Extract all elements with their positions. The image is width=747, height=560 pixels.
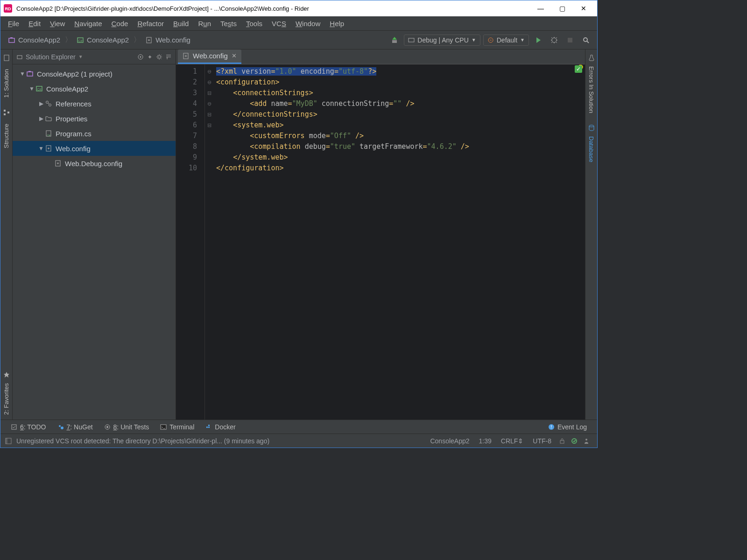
menu-refactor[interactable]: Refactor [133, 18, 169, 29]
hide-icon[interactable] [165, 54, 172, 60]
svg-rect-8 [392, 40, 397, 43]
left-tool-strip: 1: Solution Structure 2: Favorites [0, 49, 13, 420]
structure-tool-icon[interactable] [3, 109, 10, 116]
solution-tool-icon[interactable] [3, 54, 10, 62]
debug-button[interactable] [548, 34, 561, 47]
svg-rect-50 [560, 441, 564, 443]
svg-point-13 [584, 38, 587, 42]
target-icon[interactable] [137, 54, 144, 60]
code-editor[interactable]: 12345678910 ⊖⊖⊟⊖⊟⊟ <?xml version="1.0" e… [176, 64, 585, 420]
man-icon[interactable] [580, 438, 592, 444]
tool-nuget[interactable]: 7: NuGet [52, 423, 99, 431]
menu-file[interactable]: File [3, 18, 24, 29]
editor-tab[interactable]: Web.config ✕ [178, 49, 241, 64]
menu-run[interactable]: Run [193, 18, 216, 29]
menu-tools[interactable]: Tools [241, 18, 267, 29]
breadcrumb-item[interactable]: ConsoleApp2 [5, 35, 63, 45]
cursor-position[interactable]: 1:39 [474, 437, 496, 445]
favorites-tool-icon[interactable] [3, 371, 10, 378]
breadcrumb-item[interactable]: Web.config [142, 35, 193, 45]
profile-icon [487, 37, 494, 43]
lock-icon[interactable] [556, 438, 568, 444]
svg-rect-14 [4, 55, 9, 61]
maximize-button[interactable]: ▢ [551, 0, 573, 16]
svg-rect-3 [10, 37, 13, 38]
svg-rect-22 [27, 72, 33, 76]
svg-point-35 [185, 55, 187, 57]
breadcrumb-item[interactable]: C# ConsoleApp2 [74, 35, 132, 45]
build-button[interactable] [388, 34, 401, 47]
bulb-icon[interactable]: 💡 [576, 64, 585, 420]
csproj-icon: C# [77, 36, 84, 44]
run-profile-select[interactable]: Default ▼ [483, 35, 529, 46]
svg-rect-44 [208, 427, 210, 428]
line-gutter: 12345678910 [176, 64, 205, 420]
close-button[interactable]: ✕ [573, 0, 594, 16]
menu-help[interactable]: Help [325, 18, 349, 29]
flask-icon[interactable] [588, 54, 595, 62]
tab-database[interactable]: Database [587, 132, 596, 167]
menu-window[interactable]: Window [291, 18, 325, 29]
stop-button[interactable] [564, 34, 577, 47]
run-button[interactable] [532, 34, 545, 47]
svg-point-41 [106, 426, 108, 428]
menu-view[interactable]: View [45, 18, 70, 29]
tool-todo[interactable]: 6: TODO [5, 423, 52, 431]
close-icon[interactable]: ✕ [232, 52, 237, 59]
tree-item[interactable]: ▼C#ConsoleApp2 [13, 81, 176, 96]
svg-rect-9 [409, 38, 414, 42]
tree-item[interactable]: ▼Web.config [13, 141, 176, 156]
chevron-down-icon: ▼ [520, 37, 525, 42]
svg-point-33 [57, 162, 59, 164]
database-icon[interactable] [588, 124, 595, 132]
menu-build[interactable]: Build [169, 18, 193, 29]
inspection-icon[interactable] [568, 438, 580, 444]
analysis-ok-icon[interactable]: ✓ [575, 65, 582, 73]
svg-point-31 [48, 147, 49, 149]
status-context[interactable]: ConsoleApp2 [425, 437, 474, 445]
fold-column[interactable]: ⊖⊖⊟⊖⊟⊟ [205, 64, 213, 420]
search-button[interactable] [579, 34, 592, 47]
chevron-down-icon: ▼ [472, 37, 476, 42]
collapse-icon[interactable] [16, 54, 23, 60]
tree-item[interactable]: Web.Debug.config [13, 156, 176, 171]
config-icon [145, 36, 153, 44]
tab-favorites[interactable]: 2: Favorites [2, 378, 11, 420]
tool-docker[interactable]: Docker [200, 423, 241, 431]
menu-vcs[interactable]: VCS [267, 18, 291, 29]
tree-item[interactable]: C#Program.cs [13, 126, 176, 141]
svg-point-38 [59, 425, 61, 427]
app-icon: RD [3, 4, 13, 13]
encoding[interactable]: UTF-8 [528, 437, 556, 445]
right-tool-strip: Errors In Solution Database [585, 49, 597, 420]
menu-tests[interactable]: Tests [216, 18, 241, 29]
chevron-down-icon[interactable]: ▼ [78, 54, 83, 59]
tool-terminal[interactable]: Terminal [155, 423, 200, 431]
sync-icon[interactable] [147, 54, 153, 60]
status-message[interactable]: Unregistered VCS root detected: The dire… [16, 437, 269, 445]
event-log[interactable]: !Event Log [543, 423, 592, 431]
svg-point-11 [552, 38, 557, 42]
tool-unit-tests[interactable]: 8: Unit Tests [99, 423, 155, 431]
toolwindows-icon[interactable] [5, 438, 12, 444]
tab-structure[interactable]: Structure [2, 119, 11, 153]
gear-icon[interactable] [156, 54, 162, 60]
tree-item[interactable]: ▼ConsoleApp2 (1 project) [13, 66, 176, 81]
minimize-button[interactable]: ― [530, 0, 551, 16]
tab-errors[interactable]: Errors In Solution [587, 62, 596, 118]
svg-text:C#: C# [47, 134, 50, 137]
menu-navigate[interactable]: Navigate [70, 18, 106, 29]
tree-item[interactable]: ▶Properties [13, 111, 176, 126]
window-titlebar: RD ConsoleApp2 [D:\Projects\Git\rider-pl… [0, 0, 597, 16]
tab-solution[interactable]: 1: Solution [2, 64, 11, 102]
run-config-select[interactable]: Debug | Any CPU ▼ [404, 35, 480, 46]
tree-item[interactable]: ▶References [13, 96, 176, 111]
code-content[interactable]: <?xml version="1.0" encoding="utf-8"?><c… [213, 64, 576, 420]
line-separator[interactable]: CRLF⇕ [496, 437, 529, 445]
menu-code[interactable]: Code [107, 18, 133, 29]
menu-edit[interactable]: Edit [24, 18, 45, 29]
solution-tree[interactable]: ▼ConsoleApp2 (1 project)▼C#ConsoleApp2▶R… [13, 64, 176, 420]
svg-point-27 [49, 104, 51, 106]
svg-point-7 [148, 39, 150, 41]
svg-rect-17 [7, 112, 9, 113]
